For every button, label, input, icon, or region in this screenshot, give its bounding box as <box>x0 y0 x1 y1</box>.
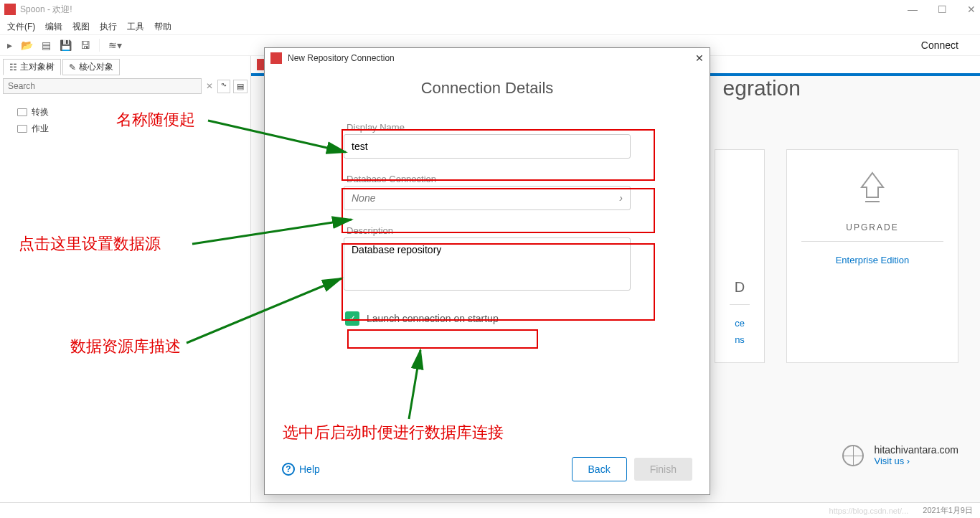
dialog-heading: Connection Details <box>344 79 631 98</box>
collapse-tree-button[interactable]: ▤ <box>233 80 248 93</box>
menu-edit[interactable]: 编辑 <box>45 21 62 33</box>
tab-label: 主对象树 <box>20 61 55 73</box>
separator <box>99 39 100 52</box>
tree-icon: ☷ <box>9 62 17 72</box>
close-button[interactable]: ✕ <box>967 4 976 15</box>
open-icon[interactable]: 📂 <box>21 39 33 51</box>
app-icon <box>4 4 16 15</box>
launch-on-startup-checkbox[interactable]: ✓ <box>345 311 359 326</box>
tree-item-jobs[interactable]: 作业 <box>17 121 248 137</box>
db-conn-select[interactable]: None › <box>344 186 631 210</box>
partial-link-2[interactable]: ns <box>730 331 750 348</box>
tree-item-transforms[interactable]: 转换 <box>17 104 248 121</box>
dialog-icon <box>270 52 282 64</box>
card-upgrade: UPGRADE Enterprise Edition <box>786 149 958 363</box>
help-link[interactable]: ? Help <box>282 463 320 476</box>
menu-view[interactable]: 视图 <box>72 21 90 33</box>
brand-footer: hitachivantara.com Visit us › <box>842 444 958 466</box>
tab-core-objects[interactable]: ✎ 核心对象 <box>62 59 120 75</box>
card-partial: D ce ns <box>715 149 765 363</box>
status-date: 2021年1月9日 <box>923 505 973 516</box>
partial-letter: D <box>730 279 750 305</box>
sidebar: ☷ 主对象树 ✎ 核心对象 ✕ ᖕ ▤ 转换 作业 <box>0 56 251 502</box>
tab-label: 核心对象 <box>79 61 113 73</box>
tree-item-label: 转换 <box>32 106 49 118</box>
clear-search-icon[interactable]: ✕ <box>206 81 213 91</box>
display-name-input[interactable] <box>352 141 623 152</box>
upgrade-icon <box>801 171 943 214</box>
new-icon[interactable]: ▸ <box>7 39 12 51</box>
connect-label[interactable]: Connect <box>921 39 973 51</box>
db-conn-label: Database Connection <box>344 174 631 186</box>
saveas-icon[interactable]: 🖫 <box>80 39 90 51</box>
menu-bar: 文件(F) 编辑 视图 执行 工具 帮助 <box>0 19 980 34</box>
tree-item-label: 作业 <box>32 123 49 135</box>
upgrade-link[interactable]: Enterprise Edition <box>801 252 943 268</box>
status-bar: https://blog.csdn.net/... 2021年1月9日 <box>0 502 980 518</box>
back-button[interactable]: Back <box>572 457 627 481</box>
menu-execute[interactable]: 执行 <box>100 21 117 33</box>
window-title: Spoon - 欢迎! <box>20 4 72 16</box>
expand-tree-button[interactable]: ᖕ <box>217 80 230 93</box>
layers-icon[interactable]: ≋▾ <box>108 39 122 51</box>
maximize-button[interactable]: ☐ <box>938 4 947 15</box>
menu-file[interactable]: 文件(F) <box>7 21 35 33</box>
minimize-button[interactable]: ― <box>908 4 918 15</box>
brand-name: hitachivantara.com <box>874 444 958 456</box>
db-conn-value: None <box>352 192 375 204</box>
object-tree: 转换 作业 <box>3 97 248 137</box>
description-input[interactable]: Database repository <box>352 244 623 284</box>
dialog-title: New Repository Connection <box>288 53 395 63</box>
chevron-right-icon: › <box>619 192 623 204</box>
dialog-close-icon[interactable]: ✕ <box>695 52 704 64</box>
search-input[interactable] <box>3 78 202 94</box>
partial-link-1[interactable]: ce <box>730 315 750 331</box>
visit-link[interactable]: Visit us › <box>874 456 958 466</box>
launch-on-startup-label: Launch connection on startup <box>367 313 499 324</box>
globe-icon <box>842 445 864 466</box>
explore-icon[interactable]: ▤ <box>42 39 51 51</box>
finish-button: Finish <box>634 458 692 481</box>
display-name-label: Display Name <box>344 122 631 134</box>
menu-help[interactable]: 帮助 <box>154 21 171 33</box>
description-label: Description <box>344 225 631 237</box>
tab-object-tree[interactable]: ☷ 主对象树 <box>3 59 61 75</box>
folder-icon <box>17 125 27 133</box>
help-label: Help <box>299 463 320 475</box>
upgrade-title: UPGRADE <box>801 222 943 242</box>
folder-icon <box>17 108 27 116</box>
menu-tools[interactable]: 工具 <box>127 21 144 33</box>
pencil-icon: ✎ <box>69 62 76 72</box>
window-titlebar: Spoon - 欢迎! ― ☐ ✕ <box>0 0 980 19</box>
save-icon[interactable]: 💾 <box>60 39 72 51</box>
new-repo-connection-dialog: New Repository Connection ✕ Connection D… <box>264 47 710 495</box>
watermark-text: https://blog.csdn.net/... <box>829 507 909 515</box>
dialog-titlebar: New Repository Connection ✕ <box>265 48 710 68</box>
help-icon: ? <box>282 463 295 476</box>
